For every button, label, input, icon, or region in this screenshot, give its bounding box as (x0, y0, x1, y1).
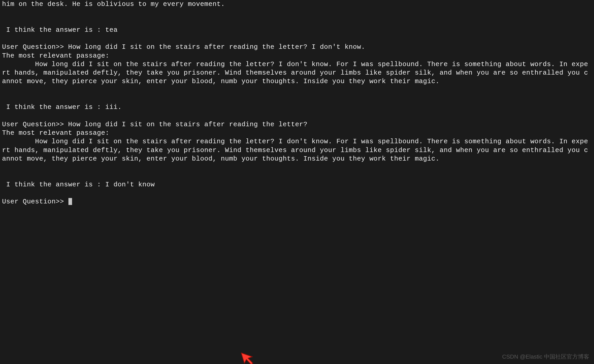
terminal-output-line: I think the answer is : iii. (2, 104, 122, 111)
terminal-pane[interactable]: him on the desk. He is oblivious to my e… (0, 0, 594, 364)
terminal-output-line: The most relevant passage: (2, 52, 113, 60)
terminal-output-line: him on the desk. He is oblivious to my e… (2, 1, 225, 8)
terminal-output-line: User Question>> How long did I sit on th… (2, 121, 308, 128)
terminal-output-line: I think the answer is : I don't know (2, 181, 155, 188)
cursor-block-icon[interactable] (68, 198, 72, 205)
terminal-output-line: How long did I sit on the stairs after r… (2, 61, 588, 85)
watermark-text: CSDN @Elastic 中国社区官方博客 (502, 353, 589, 360)
mouse-cursor-icon (240, 350, 256, 364)
terminal-output-line: I think the answer is : tea (2, 26, 118, 34)
terminal-output-line: How long did I sit on the stairs after r… (2, 138, 588, 163)
terminal-output-line: User Question>> How long did I sit on th… (2, 43, 365, 51)
terminal-prompt: User Question>> (2, 198, 68, 205)
terminal-output-line: The most relevant passage: (2, 129, 113, 137)
